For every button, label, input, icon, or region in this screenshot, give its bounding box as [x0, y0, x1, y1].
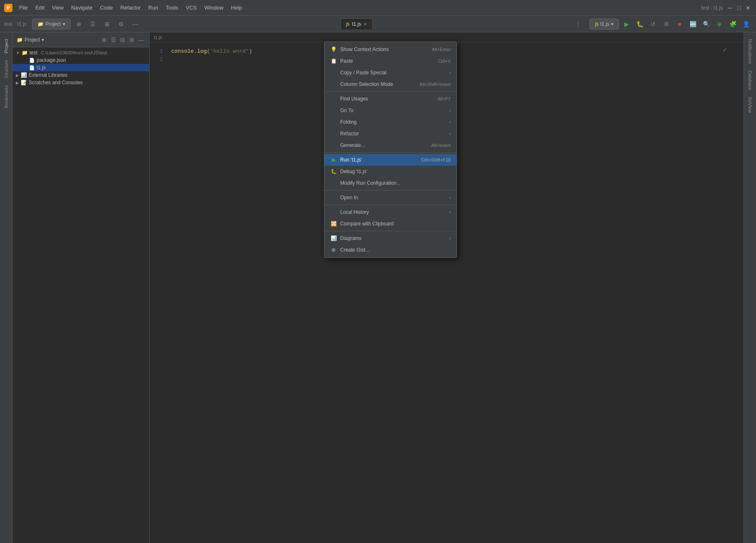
project-selector[interactable]: 📁 Project ▾ [32, 19, 70, 29]
menu-window[interactable]: Window [201, 3, 227, 12]
menu-tools[interactable]: Tools [162, 3, 182, 12]
bookmarks-panel-tab[interactable]: Bookmarks [4, 82, 9, 111]
right-panel-strip: Notifications Database SciView [744, 32, 756, 543]
context-menu: 💡 Show Context Actions Alt+Enter 📋 Paste… [324, 42, 457, 258]
run-button[interactable]: ▶ [621, 18, 632, 30]
add-project-icon[interactable]: ⊕ [102, 37, 108, 43]
ctx-sep-2 [324, 152, 457, 153]
layout-button[interactable]: ☰ [87, 18, 99, 30]
project-header: 📁 Project ▾ ⊕ ☰ ⊟ ⚙ — [12, 32, 149, 47]
account-button[interactable]: 👤 [740, 18, 752, 30]
ctx-column-selection[interactable]: Column Selection Mode Alt+Shift+Insert [324, 78, 457, 90]
ctx-sep-5 [324, 231, 457, 231]
dropdown-icon: ▾ [63, 21, 65, 27]
ctx-local-history[interactable]: Local History › [324, 206, 457, 218]
menu-help[interactable]: Help [228, 3, 245, 12]
breadcrumb-test[interactable]: test [4, 21, 12, 27]
folder-icon: 📁 [17, 37, 23, 43]
tree-item-package-json[interactable]: 📄 package.json [12, 56, 149, 64]
window-controls: ─ □ ✕ [726, 4, 752, 12]
tree-item-t1js[interactable]: 📄 t1.js [12, 64, 149, 71]
stop-button[interactable]: ■ [674, 18, 685, 30]
ctx-debug[interactable]: 🐛 Debug 't1.js' [324, 166, 457, 177]
breadcrumb-file[interactable]: t1.js [17, 21, 26, 27]
run-config-icon: js [595, 21, 599, 27]
ctx-paste[interactable]: 📋 Paste Ctrl+V [324, 55, 457, 67]
collapse-all-icon[interactable]: ⊟ [120, 37, 127, 43]
file-name: package.json [37, 57, 66, 63]
menu-view[interactable]: View [49, 3, 67, 12]
bulb-icon: 💡 [330, 46, 337, 53]
update-button[interactable]: ⊕ [714, 18, 725, 30]
ctx-diagrams[interactable]: 📊 Diagrams › [324, 232, 457, 244]
project-panel-tab[interactable]: Project [4, 36, 9, 56]
project-settings-icon[interactable]: ⚙ [129, 37, 136, 43]
profile-button[interactable]: ↺ [647, 18, 659, 30]
ctx-modify-run[interactable]: Modify Run Configuration... [324, 177, 457, 189]
menu-navigate[interactable]: Navigate [68, 3, 96, 12]
notifications-panel-tab[interactable]: Notifications [748, 36, 753, 67]
menu-run[interactable]: Run [145, 3, 162, 12]
menu-file[interactable]: File [16, 3, 31, 12]
ctx-compare-clipboard[interactable]: 🔀 Compare with Clipboard [324, 218, 457, 230]
menu-bar: File Edit View Navigate Code Refactor Ru… [16, 3, 701, 12]
translate-button[interactable]: 🔤 [687, 18, 699, 30]
scroll-from-source-icon[interactable]: ☰ [111, 37, 118, 43]
ctx-sep-3 [324, 190, 457, 191]
ctx-copy-paste-special[interactable]: Copy / Paste Special › [324, 67, 457, 78]
database-panel-tab[interactable]: Database [748, 67, 753, 93]
gist-icon: ⊕ [330, 247, 337, 253]
syntax-ok-icon: ✓ [723, 46, 727, 54]
tree-scratches[interactable]: ▶ 📝 Scratches and Consoles [12, 79, 149, 86]
run-arrow-icon: ▶ [330, 157, 337, 163]
tree-root[interactable]: ▼ 📁 test C:\Users\13600\front end\JS\tes… [12, 49, 149, 56]
tab-filename: t1.js [352, 21, 361, 27]
sciview-panel-tab[interactable]: SciView [748, 93, 753, 116]
menu-edit[interactable]: Edit [32, 3, 48, 12]
window-title: test - t1.js [701, 5, 723, 11]
run-config-arrow: ▾ [611, 21, 614, 27]
coverage-button[interactable]: ⚙ [660, 18, 672, 30]
editor-tab-t1js[interactable]: js t1.js ✕ [341, 18, 373, 29]
debug-button[interactable]: 🐛 [634, 18, 646, 30]
paste-icon: 📋 [330, 58, 337, 64]
minimize-button[interactable]: ─ [726, 4, 734, 12]
maximize-button[interactable]: □ [735, 4, 743, 12]
ctx-show-context-actions[interactable]: 💡 Show Context Actions Alt+Enter [324, 44, 457, 55]
project-panel: 📁 Project ▾ ⊕ ☰ ⊟ ⚙ — ▼ 📁 test C:\Users\… [12, 32, 150, 543]
file-name: t1.js [37, 65, 46, 71]
settings-button[interactable]: ⚙ [115, 18, 127, 30]
ctx-sep-1 [324, 91, 457, 92]
ctx-open-in[interactable]: Open In › [324, 192, 457, 203]
project-tree: ▼ 📁 test C:\Users\13600\front end\JS\tes… [12, 47, 149, 543]
project-close-icon[interactable]: — [138, 37, 145, 43]
toolbar: test › t1.js 📁 Project ▾ ⊕ ☰ ⊞ ⚙ — js t1… [0, 16, 756, 32]
menu-code[interactable]: Code [97, 3, 116, 12]
ctx-goto[interactable]: Go To › [324, 105, 457, 116]
close-button[interactable]: ✕ [744, 4, 752, 12]
ctx-generate[interactable]: Generate... Alt+Insert [324, 139, 457, 151]
ctx-find-usages[interactable]: Find Usages Alt+F7 [324, 93, 457, 105]
titlebar: P File Edit View Navigate Code Refactor … [0, 0, 756, 16]
structure-panel-tab[interactable]: Structure [4, 56, 9, 82]
ctx-folding[interactable]: Folding › [324, 116, 457, 128]
breadcrumb: test › t1.js [4, 21, 26, 27]
collapse-button[interactable]: — [130, 18, 141, 30]
ctx-refactor[interactable]: Refactor › [324, 128, 457, 139]
plugin-button[interactable]: 🧩 [727, 18, 739, 30]
line-numbers: 1 2 [150, 42, 166, 543]
menu-vcs[interactable]: VCS [182, 3, 200, 12]
more-options-button[interactable]: ⋮ [572, 18, 584, 30]
run-config-button[interactable]: js t1.js ▾ [589, 19, 619, 29]
project-name: Project [25, 37, 40, 43]
external-libraries-label: External Libraries [29, 72, 67, 78]
tab-close-button[interactable]: ✕ [363, 22, 367, 27]
ctx-run[interactable]: ▶ Run 't1.js' Ctrl+Shift+F10 [324, 154, 457, 166]
menu-refactor[interactable]: Refactor [117, 3, 144, 12]
tree-external-libraries[interactable]: ▶ 📊 External Libraries [12, 71, 149, 79]
ctx-create-gist[interactable]: ⊕ Create Gist... [324, 244, 457, 256]
split-button[interactable]: ⊞ [101, 18, 113, 30]
root-name: test [29, 50, 37, 56]
search-button[interactable]: 🔍 [700, 18, 712, 30]
add-button[interactable]: ⊕ [73, 18, 85, 30]
